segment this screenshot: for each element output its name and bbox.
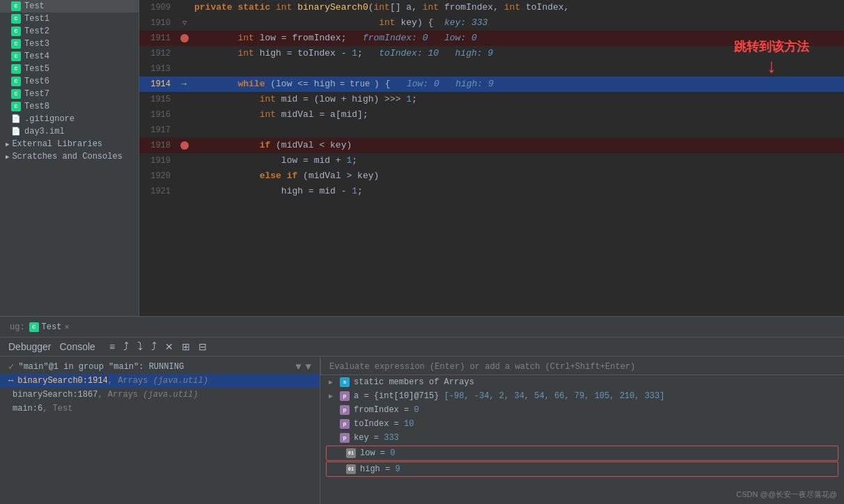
var-name: a = {int[10]@715} [-98, -34, 2, 34, 54, … — [354, 391, 664, 401]
breakpoint-area[interactable]: ▽ — [178, 15, 192, 31]
breakpoint-area[interactable] — [178, 92, 192, 107]
step-into-btn[interactable]: ⤵ — [134, 339, 146, 354]
sidebar-item-test[interactable]: c Test — [0, 0, 139, 13]
chevron-icon: ▶ — [6, 153, 9, 161]
sidebar-item-test5[interactable]: c Test5 — [0, 63, 139, 75]
stop-btn[interactable]: ✕ — [162, 340, 176, 354]
watermark: CSDN @@长安一夜尽落花@ — [736, 489, 837, 500]
breakpoint-area[interactable] — [178, 123, 192, 138]
grid-btn[interactable]: ⊞ — [179, 340, 193, 354]
test-class-icon: c — [29, 322, 39, 332]
sidebar-section-external[interactable]: ▶ External Libraries — [0, 138, 139, 150]
breakpoint-area[interactable]: → — [178, 77, 192, 92]
step-over-btn[interactable]: ⤴ — [120, 339, 132, 354]
var-item-key[interactable]: p key = 333 — [320, 431, 844, 445]
code-text: high = mid - 1; — [192, 184, 844, 199]
frames-panel: ✓ "main"@1 in group "main": RUNNING ▼ ▼ … — [0, 356, 320, 504]
status-bar: ✓ "main"@1 in group "main": RUNNING ▼ ▼ — [0, 359, 320, 374]
filter-icon[interactable]: ▼ — [295, 361, 301, 372]
frame-text: binarySearch:1867, Arrays (java.util) — [13, 390, 198, 400]
breakpoint-area[interactable] — [178, 31, 192, 46]
sidebar: c Test c Test1 c Test2 c Test3 c Test4 c… — [0, 0, 139, 316]
sidebar-item-gitignore[interactable]: 📄 .gitignore — [0, 113, 139, 125]
code-line-1914: 1914 → while (low <= high= true) { low: … — [139, 77, 844, 92]
sidebar-item-label: Test6 — [24, 77, 49, 86]
code-text: if (midVal < key) — [192, 138, 844, 153]
class-icon: c — [11, 14, 21, 24]
code-text — [192, 61, 844, 77]
sidebar-item-label: day3.iml — [24, 127, 65, 136]
sidebar-section-label: External Libraries — [12, 139, 102, 149]
class-icon: c — [11, 39, 21, 49]
debug-tabs: ug: c Test ✕ — [0, 317, 844, 338]
filter-btn[interactable]: ⊟ — [196, 340, 210, 354]
line-number: 1913 — [139, 61, 178, 77]
frame-item-binary0[interactable]: ↔ binarySearch0:1914, Arrays (java.util) — [0, 374, 320, 388]
var-item-fromindex[interactable]: p fromIndex = 0 — [320, 403, 844, 417]
code-line-1911: 1911 int low = fromIndex; fromIndex: 0 l… — [139, 31, 844, 46]
breakpoint-area[interactable] — [178, 46, 192, 61]
code-line-1916: 1916 int midVal = a[mid]; — [139, 107, 844, 123]
sidebar-item-label: Test8 — [24, 102, 49, 111]
var-item-high[interactable]: 01 high = 9 — [326, 462, 838, 477]
sidebar-item-test8[interactable]: c Test8 — [0, 100, 139, 113]
code-line-1919: 1919 low = mid + 1; — [139, 153, 844, 168]
var-type-icon: p — [340, 405, 350, 415]
code-line-1918: 1918 if (midVal < key) — [139, 138, 844, 153]
breakpoint-area[interactable] — [178, 168, 192, 184]
code-line-1917: 1917 — [139, 123, 844, 138]
frame-item-main[interactable]: main:6, Test — [0, 402, 320, 416]
sidebar-item-test3[interactable]: c Test3 — [0, 38, 139, 50]
debugger-tab-btn[interactable]: Debugger — [6, 340, 54, 354]
var-type-icon: p — [340, 419, 350, 429]
breakpoint-area[interactable] — [178, 107, 192, 123]
breakpoint-area[interactable] — [178, 153, 192, 168]
var-item-static[interactable]: ▶ s static members of Arrays — [320, 375, 844, 389]
code-text: int midVal = a[mid]; — [192, 107, 844, 123]
sidebar-item-test6[interactable]: c Test6 — [0, 75, 139, 88]
code-text: int mid = (low + high) >>> 1; — [192, 92, 844, 107]
var-name: static members of Arrays — [354, 377, 474, 387]
class-icon: c — [11, 64, 21, 74]
sidebar-section-scratches[interactable]: ▶ Scratches and Consoles — [0, 150, 139, 163]
debug-tab-test[interactable]: c Test ✕ — [29, 322, 70, 332]
sidebar-item-test4[interactable]: c Test4 — [0, 50, 139, 63]
breakpoint-area[interactable] — [178, 184, 192, 199]
var-item-a[interactable]: ▶ p a = {int[10]@715} [-98, -34, 2, 34, … — [320, 389, 844, 403]
sidebar-item-label: Test — [24, 1, 45, 11]
var-item-low[interactable]: 01 low = 0 — [326, 446, 838, 461]
sidebar-item-test7[interactable]: c Test7 — [0, 88, 139, 100]
breakpoint-area[interactable] — [178, 0, 192, 15]
expand-icon[interactable]: ▶ — [329, 378, 337, 386]
sidebar-item-test1[interactable]: c Test1 — [0, 13, 139, 25]
frame-method: main:6 — [13, 404, 42, 414]
breakpoint-icon[interactable] — [180, 141, 189, 150]
breakpoint-icon[interactable] — [180, 34, 189, 42]
sort-icon[interactable]: ▼ — [306, 361, 311, 372]
sidebar-item-label: Test1 — [24, 14, 49, 24]
console-tab-btn[interactable]: Console — [57, 340, 98, 354]
current-line-arrow: → — [181, 77, 187, 92]
class-icon: c — [11, 89, 21, 99]
line-number: 1918 — [139, 138, 178, 153]
list-view-btn[interactable]: ≡ — [107, 340, 118, 354]
sidebar-item-test2[interactable]: c Test2 — [0, 25, 139, 38]
expand-icon[interactable]: ▶ — [329, 392, 337, 400]
step-out-btn[interactable]: ⤴ — [148, 339, 159, 354]
close-tab-icon[interactable]: ✕ — [64, 322, 69, 332]
class-icon: c — [11, 52, 21, 61]
var-name: key = 333 — [354, 433, 399, 443]
code-text: else if (midVal > key) — [192, 168, 844, 184]
line-number: 1921 — [139, 184, 178, 199]
code-line-1915: 1915 int mid = (low + high) >>> 1; — [139, 92, 844, 107]
breakpoint-area[interactable] — [178, 138, 192, 153]
var-item-toindex[interactable]: p toIndex = 10 — [320, 417, 844, 431]
breakpoint-area[interactable] — [178, 61, 192, 77]
frame-item-binary[interactable]: binarySearch:1867, Arrays (java.util) — [0, 388, 320, 402]
var-type-icon: 01 — [346, 448, 356, 458]
line-number: 1916 — [139, 107, 178, 123]
sidebar-item-iml[interactable]: 📄 day3.iml — [0, 125, 139, 138]
class-icon: c — [11, 1, 21, 11]
line-number: 1917 — [139, 123, 178, 138]
class-icon: c — [11, 77, 21, 86]
